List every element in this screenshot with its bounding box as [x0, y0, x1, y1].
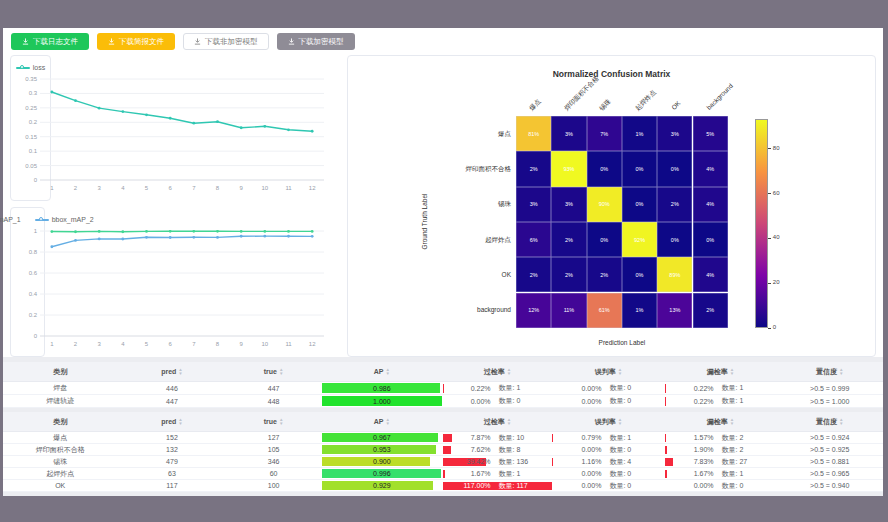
cell-ap: 0.996	[321, 468, 443, 479]
sort-caret-icon[interactable]: ▲▼	[507, 418, 511, 426]
matrix-cell: 3%	[551, 187, 586, 222]
col-header-label: 过检率	[484, 367, 505, 377]
sort-caret-icon[interactable]: ▲▼	[507, 368, 511, 376]
over-rate-wrap: 7.62%数量: 8	[443, 444, 552, 455]
col-header-label: true	[264, 418, 277, 425]
col-header-conf[interactable]: 置信度▲▼	[776, 412, 883, 431]
col-header-true[interactable]: true▲▼	[227, 362, 321, 381]
mis-rate-wrap: 1.16%数量: 4	[552, 456, 665, 467]
map-chart: 00.20.40.60.81123456789101112	[14, 227, 41, 355]
ap-value: 0.929	[322, 480, 442, 491]
svg-text:1: 1	[50, 341, 54, 347]
loss-chart: 00.050.10.150.20.250.30.3512345678910111…	[14, 75, 47, 199]
legend-item-bbox_mAP_1[interactable]: bbox_mAP_1	[0, 216, 21, 223]
sort-caret-icon[interactable]: ▲▼	[618, 418, 622, 426]
col-header-label: 置信度	[816, 367, 837, 377]
sort-caret-icon[interactable]: ▲▼	[279, 368, 283, 376]
rate-count: 数量: 136	[499, 457, 545, 467]
cell-ap: 0.929	[321, 480, 443, 491]
sort-caret-icon[interactable]: ▲▼	[385, 368, 389, 376]
rate-value: 1.67%	[451, 470, 491, 477]
rate-count: 数量: 0	[609, 383, 655, 393]
sort-caret-icon[interactable]: ▲▼	[618, 368, 622, 376]
legend-item-loss[interactable]: loss	[16, 64, 45, 71]
col-header-ap[interactable]: AP▲▼	[321, 362, 443, 381]
sort-caret-icon[interactable]: ▲▼	[279, 418, 283, 426]
download-encrypted-model-button[interactable]: 下载加密模型	[277, 33, 355, 51]
ap-bar-wrap: 0.967	[322, 432, 442, 443]
rate-value: 1.90%	[674, 446, 714, 453]
cell-mis: 1.16%数量: 4	[552, 456, 665, 467]
download-log-button[interactable]: 下载日志文件	[11, 33, 89, 51]
loss-svg: 00.050.10.150.20.250.30.3512345678910111…	[14, 75, 336, 195]
svg-text:0.15: 0.15	[25, 134, 37, 140]
col-header-pred[interactable]: pred▲▼	[117, 362, 226, 381]
svg-text:0.6: 0.6	[29, 270, 38, 276]
download-log-label: 下载日志文件	[33, 38, 78, 46]
download-report-label: 下载简报文件	[119, 38, 164, 46]
svg-text:0.8: 0.8	[29, 249, 38, 255]
col-header-miss[interactable]: 漏检率▲▼	[665, 362, 777, 381]
cell-confidence: >0.5 = 0.999	[776, 382, 883, 394]
sort-caret-icon[interactable]: ▲▼	[839, 418, 843, 426]
col-header-true[interactable]: true▲▼	[227, 412, 321, 431]
matrix-column-label: background	[705, 82, 734, 111]
rate-count: 数量: 1	[499, 383, 545, 393]
left-chart-column: loss 00.050.10.150.20.250.30.35123456789…	[10, 55, 340, 357]
table-row: 锡珠4793460.90039.42%数量: 1361.16%数量: 47.83…	[3, 456, 883, 468]
col-header-conf[interactable]: 置信度▲▼	[776, 362, 883, 381]
sort-caret-icon[interactable]: ▲▼	[730, 368, 734, 376]
matrix-cell: 5%	[693, 116, 728, 151]
col-header-cls: 类别	[3, 362, 117, 381]
col-header-label: 误判率	[595, 367, 616, 377]
mis-rate-wrap: 0.00%数量: 0	[552, 468, 665, 479]
col-header-mis[interactable]: 误判率▲▼	[552, 412, 665, 431]
rate-value: 0.00%	[561, 482, 601, 489]
cell-mis: 0.00%数量: 0	[552, 444, 665, 455]
colorbar-tick	[768, 283, 771, 284]
col-header-miss[interactable]: 漏检率▲▼	[665, 412, 777, 431]
mis-rate-wrap: 0.79%数量: 1	[552, 432, 665, 443]
col-header-label: AP	[374, 418, 384, 425]
col-header-label: pred	[161, 418, 176, 425]
col-header-label: pred	[161, 368, 176, 375]
col-header-mis[interactable]: 误判率▲▼	[552, 362, 665, 381]
cell-class: 焊印面积不合格	[3, 444, 117, 455]
sort-caret-icon[interactable]: ▲▼	[178, 368, 182, 376]
svg-text:7: 7	[192, 341, 196, 347]
colorbar-tick	[768, 238, 771, 239]
legend-marker-icon	[35, 216, 49, 223]
col-header-over[interactable]: 过检率▲▼	[443, 362, 552, 381]
sort-caret-icon[interactable]: ▲▼	[730, 418, 734, 426]
download-report-button[interactable]: 下载简报文件	[97, 33, 175, 51]
matrix-cell: 3%	[657, 116, 692, 151]
svg-text:0.4: 0.4	[29, 291, 38, 297]
rate-value: 1.67%	[674, 470, 714, 477]
download-unencrypted-model-button[interactable]: 下载非加密模型	[183, 33, 269, 51]
svg-text:6: 6	[168, 185, 172, 191]
matrix-row-label: background	[361, 306, 511, 313]
cell-confidence: >0.5 = 1.000	[776, 395, 883, 407]
matrix-cell: 0%	[587, 222, 622, 257]
col-header-label: 置信度	[816, 417, 837, 427]
ap-bar-wrap: 0.986	[322, 382, 442, 394]
confusion-matrix-title: Normalized Confusion Matrix	[348, 69, 875, 79]
sort-caret-icon[interactable]: ▲▼	[178, 418, 182, 426]
cell-mis: 0.79%数量: 1	[552, 432, 665, 443]
legend-item-bbox_mAP_2[interactable]: bbox_mAP_2	[35, 216, 94, 223]
bbox_mAP-svg: 00.20.40.60.81123456789101112	[14, 227, 336, 351]
svg-text:2: 2	[74, 341, 78, 347]
table-row: 爆点1521270.9677.87%数量: 100.79%数量: 11.57%数…	[3, 432, 883, 444]
sort-caret-icon[interactable]: ▲▼	[385, 418, 389, 426]
miss-rate-wrap: 0.00%数量: 0	[665, 480, 777, 491]
matrix-row-label: 焊印面积不合格	[361, 165, 511, 174]
col-header-over[interactable]: 过检率▲▼	[443, 412, 552, 431]
matrix-cell: 2%	[516, 151, 551, 186]
col-header-pred[interactable]: pred▲▼	[117, 412, 226, 431]
rate-value: 7.87%	[451, 434, 491, 441]
sort-caret-icon[interactable]: ▲▼	[839, 368, 843, 376]
matrix-cell: 0%	[622, 257, 657, 292]
col-header-label: 漏检率	[707, 367, 728, 377]
col-header-ap[interactable]: AP▲▼	[321, 412, 443, 431]
cell-pred: 446	[117, 382, 226, 394]
